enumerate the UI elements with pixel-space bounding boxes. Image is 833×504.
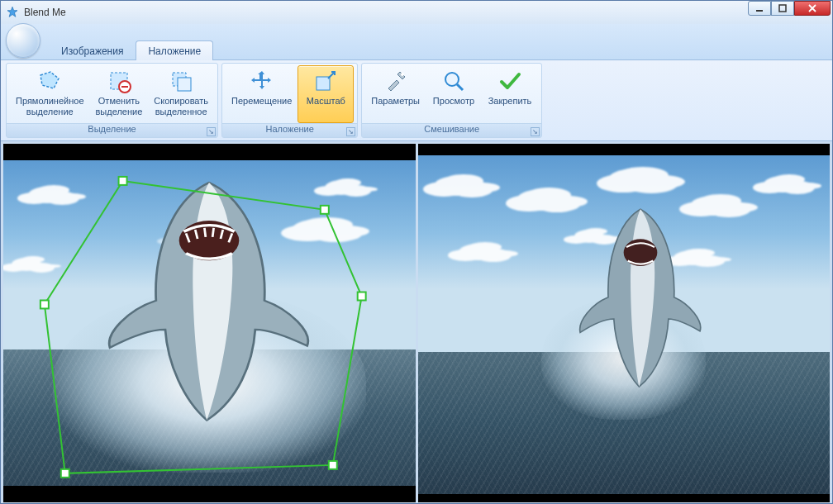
result-image — [418, 155, 831, 494]
group-title: Наложение ↘ — [222, 123, 357, 137]
source-image-pane[interactable] — [3, 144, 416, 502]
maximize-button[interactable] — [771, 1, 794, 16]
ribbon-tab-row: Изображения Наложение — [1, 24, 832, 60]
svg-point-9 — [445, 73, 459, 86]
svg-point-8 — [401, 73, 404, 76]
source-image — [3, 160, 416, 486]
close-button[interactable] — [794, 1, 831, 16]
workspace — [1, 141, 832, 504]
svg-rect-6 — [178, 78, 191, 91]
shark-left — [94, 174, 325, 427]
svg-rect-1 — [779, 5, 786, 12]
button-preview[interactable]: Просмотр — [426, 65, 482, 123]
dialog-launcher-icon[interactable]: ↘ — [346, 127, 355, 136]
svg-rect-7 — [317, 77, 330, 90]
svg-rect-4 — [121, 86, 128, 88]
button-label: Параметры — [371, 96, 420, 107]
button-label: Масштаб — [307, 96, 345, 107]
group-title: Смешивание ↘ — [362, 123, 541, 137]
button-rectilinear-selection[interactable]: Прямолинейное выделение — [10, 65, 90, 123]
button-move[interactable]: Перемещение — [226, 65, 298, 123]
button-label: Прямолинейное выделение — [16, 96, 84, 117]
magnifier-icon — [440, 68, 467, 94]
scale-icon — [312, 68, 339, 94]
button-label: Просмотр — [433, 96, 474, 107]
app-icon — [6, 6, 19, 19]
dialog-launcher-icon[interactable]: ↘ — [207, 127, 216, 136]
result-image-pane[interactable] — [418, 144, 831, 502]
button-label: Скопировать выделенное — [154, 96, 208, 117]
button-parameters[interactable]: Параметры — [365, 65, 426, 123]
checkmark-icon — [497, 68, 523, 94]
polygon-select-icon — [36, 68, 63, 94]
app-orb-button[interactable] — [6, 23, 40, 58]
group-title-label: Выделение — [88, 124, 136, 134]
minimize-button[interactable] — [748, 1, 771, 16]
button-copy-selection[interactable]: Скопировать выделенное — [148, 65, 214, 123]
ribbon-group-overlay: Перемещение Масштаб Наложение ↘ — [221, 63, 358, 138]
tools-icon — [383, 68, 409, 94]
button-label: Отменить выделение — [96, 96, 143, 117]
ribbon-group-selection: Прямолинейное выделение Отменить выделен… — [6, 63, 218, 138]
move-icon — [249, 68, 275, 94]
button-label: Перемещение — [231, 96, 292, 107]
copy-selection-icon — [168, 68, 194, 94]
button-label: Закрепить — [488, 96, 532, 107]
tab-overlay[interactable]: Наложение — [136, 40, 213, 60]
shark-right — [570, 202, 710, 392]
tab-images[interactable]: Изображения — [49, 40, 136, 60]
group-title: Выделение ↘ — [7, 123, 217, 137]
button-scale[interactable]: Масштаб — [298, 65, 354, 123]
ribbon-group-blending: Параметры Просмотр Закрепить Смешивание … — [361, 63, 542, 138]
group-title-label: Смешивание — [424, 124, 479, 134]
title-bar: Blend Me — [1, 1, 832, 24]
button-apply[interactable]: Закрепить — [482, 65, 538, 123]
window-controls — [748, 1, 831, 16]
group-title-label: Наложение — [265, 124, 313, 134]
ribbon: Прямолинейное выделение Отменить выделен… — [1, 60, 832, 141]
window-title: Blend Me — [24, 7, 66, 18]
cancel-selection-icon — [106, 68, 132, 94]
dialog-launcher-icon[interactable]: ↘ — [531, 127, 540, 136]
svg-rect-0 — [756, 10, 763, 12]
button-cancel-selection[interactable]: Отменить выделение — [90, 65, 149, 123]
